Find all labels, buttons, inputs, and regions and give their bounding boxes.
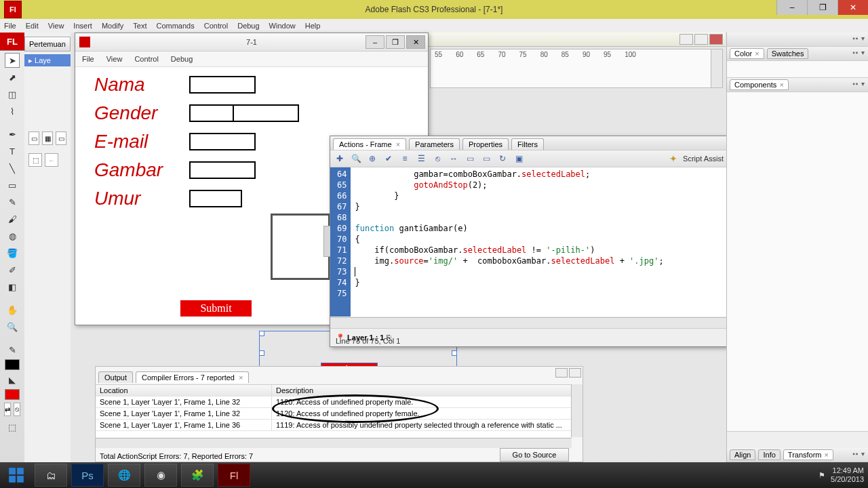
rectangle-tool[interactable]: ▭	[5, 178, 20, 192]
errors-vscrollbar[interactable]	[571, 384, 583, 437]
ink-bottle-tool[interactable]: ◍	[5, 228, 20, 243]
menu-window[interactable]: Window	[269, 22, 296, 30]
tab-properties[interactable]: Properties	[462, 138, 509, 150]
tab-color[interactable]: Color×	[730, 48, 764, 59]
error-row[interactable]: Scene 1, Layer 'Layer 1', Frame 1, Line …	[96, 420, 572, 431]
brush-tool[interactable]: 🖌	[5, 211, 20, 226]
eyedropper-tool[interactable]: ✐	[5, 262, 20, 277]
preview-menu-debug[interactable]: Debug	[171, 55, 193, 63]
doc-max-button[interactable]	[694, 34, 708, 45]
timeline-vscrollbar[interactable]	[711, 49, 722, 87]
hand-tool[interactable]: ✋	[5, 302, 20, 317]
error-row[interactable]: Scene 1, Layer 'Layer 1', Frame 1, Line …	[96, 396, 572, 408]
tray-flag-icon[interactable]: ⚑	[818, 471, 825, 480]
taskbar-app[interactable]: 🧩	[181, 464, 214, 487]
tab-info[interactable]: Info	[758, 449, 780, 460]
pin-icon[interactable]: ▣	[513, 153, 524, 164]
tab-filters[interactable]: Filters	[511, 138, 544, 150]
close-icon[interactable]: ×	[239, 373, 243, 382]
preview-max-button[interactable]: ❐	[386, 35, 405, 49]
errors-grid[interactable]: Location Description Source Scene 1, Lay…	[96, 384, 572, 437]
panel-close-icon[interactable]	[569, 368, 581, 378]
panel-options-icon[interactable]: ▪▪ ▾	[852, 49, 865, 56]
doc-min-button[interactable]	[679, 34, 693, 45]
tray-clock[interactable]: 12:49 AM 5/20/2013	[831, 466, 864, 484]
expand-icon[interactable]: ▭	[465, 153, 475, 164]
eraser-tool[interactable]: ◧	[5, 279, 20, 294]
preview-close-button[interactable]: ✕	[406, 35, 425, 49]
panel-options-icon[interactable]: ▪▪ ▾	[852, 450, 865, 458]
auto-format-icon[interactable]: ≡	[399, 153, 410, 164]
doc-close-button[interactable]	[709, 34, 723, 45]
code-content[interactable]: gambar=comboBoxGambar.selectedLabel; got…	[351, 167, 667, 317]
preview-min-button[interactable]: –	[366, 35, 384, 49]
menu-control[interactable]: Control	[204, 22, 228, 30]
wand-icon[interactable]: ✦	[669, 153, 677, 164]
line-tool[interactable]: ╲	[5, 161, 20, 176]
preview-menu-control[interactable]: Control	[134, 55, 158, 63]
check-syntax-icon[interactable]: ✔	[383, 153, 394, 164]
menu-modify[interactable]: Modify	[102, 22, 123, 30]
tab-output[interactable]: Output	[98, 371, 133, 383]
tab-transform[interactable]: Transform×	[783, 449, 833, 460]
paint-bucket-tool[interactable]: 🪣	[5, 245, 20, 260]
find-icon[interactable]: 🔍	[351, 153, 361, 164]
code-hscrollbar[interactable]	[330, 317, 728, 329]
panel-min-icon[interactable]	[555, 368, 568, 378]
swap-colors-icon[interactable]: ⇄	[4, 403, 11, 416]
timeline-btn-1[interactable]: ▭	[28, 131, 39, 145]
scene-tab[interactable]: Pertemuan	[24, 37, 71, 52]
minimize-button[interactable]: –	[776, 0, 807, 15]
input-umur[interactable]	[189, 190, 242, 207]
timeline-btn-5[interactable]: ←	[45, 153, 58, 167]
taskbar-chrome[interactable]: ◉	[144, 464, 177, 487]
col-location[interactable]: Location	[96, 385, 272, 396]
snap-tool[interactable]: ⬚	[5, 420, 20, 434]
collapse-icon[interactable]: ↔	[448, 153, 459, 164]
timeline-ruler[interactable]: 55 60 65 70 75 80 85 90 95 100	[430, 49, 723, 88]
menu-insert[interactable]: Insert	[73, 22, 92, 30]
go-to-source-button[interactable]: Go to Source	[500, 448, 569, 462]
menu-edit[interactable]: Edit	[26, 22, 39, 30]
preview-menu-view[interactable]: View	[106, 55, 123, 63]
menu-debug[interactable]: Debug	[237, 22, 259, 30]
code-editor[interactable]: 64 65 66 67 68 69 70 71 72 73 74 75 gamb…	[330, 167, 728, 317]
selection-tool[interactable]: ➤	[5, 53, 20, 68]
tab-align[interactable]: Align	[730, 449, 755, 460]
tab-components[interactable]: Components×	[730, 79, 789, 90]
preview-menu-file[interactable]: File	[82, 55, 94, 63]
free-transform-tool[interactable]: ◫	[5, 87, 20, 102]
pencil-tool[interactable]: ✎	[5, 195, 20, 209]
subselection-tool[interactable]: ⬈	[5, 70, 20, 85]
submit-button[interactable]: Submit	[180, 300, 252, 317]
radio-gender-2[interactable]	[233, 104, 299, 122]
taskbar-explorer[interactable]: 🗂	[35, 464, 67, 487]
stroke-color-icon[interactable]: ✎	[5, 342, 20, 357]
combo-gambar[interactable]	[189, 161, 256, 179]
tab-parameters[interactable]: Parameters	[409, 138, 460, 150]
panel-options-icon[interactable]: ▪▪ ▾	[852, 35, 865, 42]
taskbar-photoshop[interactable]: Ps	[71, 464, 104, 487]
maximize-button[interactable]: ❐	[807, 0, 837, 15]
no-color-icon[interactable]: ⦸	[14, 403, 20, 416]
code-hint-icon[interactable]: ☰	[416, 153, 427, 164]
menu-commands[interactable]: Commands	[156, 22, 194, 30]
add-script-icon[interactable]: ✚	[334, 153, 345, 164]
start-button[interactable]	[0, 462, 33, 488]
text-tool[interactable]: T	[5, 144, 20, 159]
stroke-swatch[interactable]	[5, 359, 20, 370]
menu-view[interactable]: View	[48, 22, 64, 30]
pen-tool[interactable]: ✒	[5, 127, 20, 142]
errors-hscrollbar[interactable]	[96, 438, 572, 448]
lasso-tool[interactable]: ⌇	[5, 104, 20, 119]
uncomment-icon[interactable]: ↻	[497, 153, 508, 164]
timeline-btn-3[interactable]: ▭	[56, 131, 66, 145]
close-button[interactable]: ✕	[837, 0, 868, 15]
debug-icon[interactable]: ⎋	[432, 153, 443, 164]
tab-actions[interactable]: Actions - Frame×	[333, 138, 406, 150]
taskbar-idm[interactable]: 🌐	[108, 464, 140, 487]
close-icon[interactable]: ×	[396, 140, 400, 148]
radio-gender-1[interactable]	[189, 104, 233, 122]
tab-compiler-errors[interactable]: Compiler Errors - 7 reported×	[136, 371, 249, 383]
col-description[interactable]: Description	[272, 385, 572, 396]
